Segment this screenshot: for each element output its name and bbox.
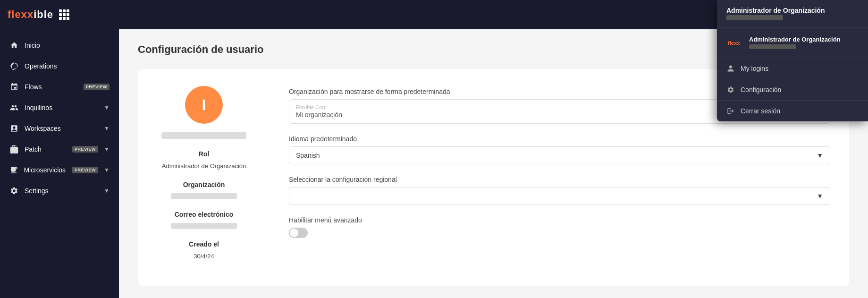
inquilinos-icon	[9, 103, 19, 112]
dropdown-header-sub-blurred	[726, 15, 783, 20]
email-value-blurred	[171, 223, 237, 229]
language-select[interactable]: Spanish ▼	[289, 146, 830, 164]
sidebar-item-settings[interactable]: Settings ▼	[0, 180, 119, 201]
advanced-menu-toggle-row	[289, 228, 830, 238]
region-label: Seleccionar la configuración regional	[289, 176, 830, 183]
user-dropdown: Administrador de Organización flexx ible…	[717, 0, 868, 121]
cerrar-sesion-label: Cerrar sesión	[741, 107, 780, 115]
sidebar-label-inquilinos: Inquilinos	[25, 104, 98, 111]
microservicios-chevron-icon: ▼	[104, 167, 110, 173]
microservicios-badge: PREVIEW	[72, 167, 98, 173]
sidebar-label-settings: Settings	[25, 187, 98, 195]
advanced-menu-toggle[interactable]	[289, 228, 308, 238]
dropdown-header-title: Administrador de Organización	[726, 7, 859, 14]
language-caret-icon: ▼	[817, 152, 823, 159]
svg-text:flexx: flexx	[728, 40, 740, 46]
sidebar-label-flows: Flows	[25, 83, 77, 91]
dropdown-header: Administrador de Organización	[717, 0, 868, 27]
sidebar-item-patch[interactable]: Patch PREVIEW ▼	[0, 139, 119, 160]
microservicios-icon	[9, 165, 18, 175]
patch-icon	[9, 145, 19, 154]
sidebar-item-workspaces[interactable]: Workspaces ▼	[0, 118, 119, 139]
sidebar-label-workspaces: Workspaces	[25, 125, 98, 132]
created-value: 30/4/24	[194, 253, 214, 260]
sidebar-item-inquilinos[interactable]: Inquilinos ▼	[0, 97, 119, 118]
inquilinos-chevron-icon: ▼	[104, 104, 110, 111]
my-logins-label: My logins	[741, 65, 768, 72]
person-icon	[726, 64, 735, 73]
dropdown-configuracion[interactable]: Configuración	[717, 79, 868, 101]
org-label: Organización	[183, 181, 225, 188]
sidebar-label-microservicios: Microservicios	[24, 166, 66, 174]
flows-badge: PREVIEW	[84, 84, 110, 90]
workspaces-icon	[9, 124, 19, 133]
sidebar-label-operations: Operations	[25, 62, 110, 70]
dropdown-org-logo-icon: flexx ible	[726, 34, 743, 51]
home-icon	[9, 41, 19, 50]
patch-chevron-icon: ▼	[104, 146, 110, 153]
language-label: Idioma predeterminado	[289, 135, 830, 143]
profile-avatar: I	[185, 86, 223, 124]
settings-icon	[9, 186, 19, 196]
role-label: Rol	[199, 150, 210, 158]
sidebar-item-inicio[interactable]: Inicio	[0, 35, 119, 56]
gear-icon	[726, 85, 735, 94]
region-caret-icon: ▼	[817, 192, 823, 200]
advanced-menu-label: Habilitar menú avanzado	[289, 216, 830, 224]
email-label: Correo electrónico	[175, 211, 233, 218]
settings-chevron-icon: ▼	[104, 187, 110, 194]
region-select[interactable]: ▼	[289, 187, 830, 205]
dropdown-org-item[interactable]: flexx ible Administrador de Organización	[717, 27, 868, 58]
region-group: Seleccionar la configuración regional ▼	[289, 176, 830, 205]
sidebar: Inicio Operations Flows PREVIEW Inquilin…	[0, 29, 119, 298]
dropdown-cerrar-sesion[interactable]: Cerrar sesión	[717, 101, 868, 121]
flows-icon	[9, 82, 19, 92]
sidebar-label-inicio: Inicio	[25, 42, 110, 49]
configuracion-label: Configuración	[741, 86, 781, 94]
default-org-hint: Flexible Corp	[296, 104, 342, 110]
org-value-blurred	[171, 193, 237, 199]
language-value: Spanish	[296, 152, 320, 159]
role-value: Administrador de Organización	[162, 162, 246, 170]
advanced-menu-group: Habilitar menú avanzado	[289, 216, 830, 238]
patch-badge: PREVIEW	[72, 146, 98, 153]
sidebar-item-microservicios[interactable]: Microservicios PREVIEW ▼	[0, 160, 119, 180]
sidebar-item-flows[interactable]: Flows PREVIEW	[0, 77, 119, 97]
profile-name-blurred	[161, 132, 246, 139]
profile-section: I Rol Administrador de Organización Orga…	[157, 86, 251, 269]
dropdown-my-logins[interactable]: My logins	[717, 58, 868, 79]
workspaces-chevron-icon: ▼	[104, 125, 110, 132]
logout-icon	[726, 107, 735, 115]
logo[interactable]: flexxible	[8, 9, 53, 21]
dropdown-org-text: Administrador de Organización	[749, 36, 841, 49]
grid-icon[interactable]	[59, 9, 69, 20]
dropdown-org-sub-blurred	[749, 44, 796, 49]
language-group: Idioma predeterminado Spanish ▼	[289, 135, 830, 164]
created-label: Creado el	[189, 240, 219, 248]
dropdown-org-title: Administrador de Organización	[749, 36, 841, 43]
topbar-left: flexxible	[8, 9, 69, 21]
operations-icon	[9, 61, 19, 71]
default-org-value: Mi organización	[296, 111, 342, 119]
sidebar-item-operations[interactable]: Operations	[0, 56, 119, 77]
sidebar-label-patch: Patch	[25, 145, 66, 153]
